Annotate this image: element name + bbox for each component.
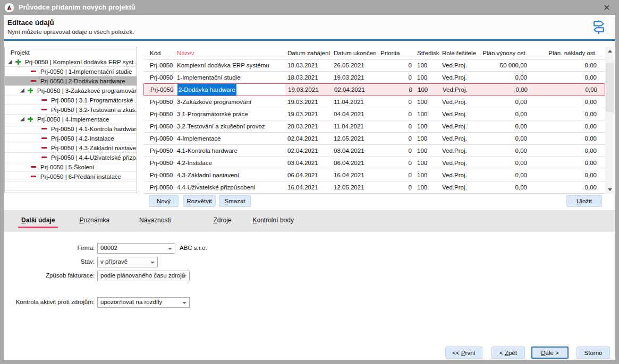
tree-item-3-zakazkove-programovani[interactable]: Prj-0050 | 3-Zakázkové programování	[5, 86, 137, 96]
table-row[interactable]: Prj-00504.2-Instalace03.04.202106.04.202…	[143, 157, 605, 169]
fakturace-select[interactable]: podle plánovaného času zdrojů	[97, 271, 190, 281]
table-cell: 0,00	[530, 84, 606, 96]
tree-item-2-dodavka-hardware[interactable]: Prj-0050 | 2-Dodávka hardware	[5, 76, 137, 86]
tree-item-4-3-zakladni-nastaveni[interactable]: Prj-0050 | 4.3-Základní nastavení	[5, 143, 137, 153]
table-cell: 0	[376, 157, 414, 169]
form-row-kontrola: Kontrola aktivit proti zdrojům: upozorňo…	[4, 297, 615, 308]
firma-company-name: ABC s.r.o.	[180, 245, 207, 251]
table-row[interactable]: Prj-00503.2-Testování a zkušební provoz2…	[143, 120, 605, 133]
table-row[interactable]: Prj-0050Komplexní dodávka ERP systému18.…	[143, 59, 605, 72]
column-header-plan-vynosy-ost[interactable]: Plán.výnosy ost.	[482, 47, 529, 59]
table-row[interactable]: Prj-00501-Implementační studie18.03.2021…	[143, 72, 605, 84]
table-cell: 3.1-Programátorské práce	[174, 108, 285, 120]
next-button[interactable]: Dále >	[531, 346, 569, 359]
table-cell: Prj-0050	[143, 59, 174, 71]
tree-item-1-implementacni-studie[interactable]: Prj-0050 | 1-Implementační studie	[5, 67, 137, 76]
table-cell: Ved.Proj.	[440, 84, 483, 96]
table-cell: 0,00	[482, 72, 529, 83]
arrow-up-icon[interactable]	[605, 47, 614, 55]
column-header-plan-naklady-ost[interactable]: Plán. náklady ost.	[529, 47, 605, 59]
stav-value: v přípravě	[100, 258, 128, 265]
table-cell: 03.04.2021	[285, 157, 331, 169]
table-cell: 100	[414, 120, 439, 132]
tree-item-komplexni-dodavka-erp-syst[interactable]: Prj-0050 | Komplexní dodávka ERP syst...	[5, 57, 137, 67]
table-row[interactable]: Prj-00502-Dodávka hardware19.03.202102.0…	[143, 83, 605, 96]
table-cell: 50 000,00	[482, 59, 529, 71]
form-row-stav: Stav: v přípravě	[4, 257, 615, 267]
minus-icon	[41, 128, 47, 129]
signpost-icon	[591, 19, 607, 35]
dialog-surface: Editace údajů Nyní můžete upravovat údaj…	[4, 15, 615, 360]
tree-item-3-1-programatorske[interactable]: Prj-0050 | 3.1-Programátorské ...	[5, 96, 137, 105]
arrow-down-icon[interactable]	[605, 185, 614, 194]
tree-item-6-predani-instalace[interactable]: Prj-0050 | 6-Předání instalace	[5, 172, 137, 181]
column-header-kod[interactable]: Kód	[143, 47, 174, 59]
column-header-stredisko[interactable]: Středisko	[414, 47, 439, 59]
table-cell: 18.03.2021	[285, 72, 331, 83]
table-cell: 0,00	[529, 108, 605, 120]
scrollbar-thumb[interactable]	[606, 63, 614, 112]
table-cell: 19.03.2021	[285, 108, 331, 120]
form-row-firma: Firma: 00002 ABC s.r.o.	[4, 243, 615, 254]
expanded-triangle-icon[interactable]	[20, 89, 24, 93]
save-button[interactable]: Uložit	[566, 195, 602, 207]
selected-text: 2-Dodávka hardware	[177, 84, 236, 96]
table-cell: 04.04.2021	[331, 108, 376, 120]
table-cell: 0	[376, 181, 414, 193]
app-logo-icon	[4, 3, 14, 13]
column-header-datum-zahajeni[interactable]: Datum zahájení	[285, 47, 331, 59]
first-button[interactable]: << První	[445, 346, 482, 359]
table-cell: Ved.Proj.	[439, 133, 482, 144]
back-button[interactable]: < Zpět	[491, 346, 525, 359]
minus-icon	[41, 109, 47, 110]
table-row[interactable]: Prj-00504.3-Základní nastavení06.04.2021…	[143, 169, 605, 181]
tab-poznamka[interactable]: Poznámka	[79, 210, 109, 232]
expanded-triangle-icon[interactable]	[20, 117, 24, 122]
tree-item-4-implementace[interactable]: Prj-0050 | 4-Implementace	[5, 115, 137, 124]
table-cell: 0,00	[529, 157, 605, 169]
cancel-button[interactable]: Storno	[576, 346, 610, 359]
expanded-triangle-icon[interactable]	[8, 60, 12, 64]
table-cell: 18.03.2021	[285, 59, 331, 71]
table-cell: Prj-0050	[143, 108, 174, 120]
table-row[interactable]: Prj-00503.1-Programátorské práce19.03.20…	[143, 108, 605, 120]
tree-item-4-2-instalace[interactable]: Prj-0050 | 4.2-Instalace	[5, 134, 137, 143]
table-cell: 0,00	[529, 133, 605, 144]
table-cell: 4.4-Uživatelské přizpůsobení	[174, 181, 285, 193]
delete-button[interactable]: Smazat	[219, 195, 251, 207]
tab-zdroje[interactable]: Zdroje	[213, 210, 231, 232]
table-cell: 0	[376, 145, 414, 157]
tree-item-label: Prj-0050 | 4.1-Kontrola hardware	[51, 126, 137, 132]
minus-icon	[31, 80, 36, 82]
table-row[interactable]: Prj-00503-Zakázkové programování19.03.20…	[143, 96, 605, 108]
tree-item-4-1-kontrola-hardware[interactable]: Prj-0050 | 4.1-Kontrola hardware	[5, 124, 137, 134]
table-row[interactable]: Prj-00504-Implementace02.04.202112.05.20…	[143, 133, 605, 145]
table-cell: Ved.Proj.	[439, 120, 482, 132]
column-header-nazev[interactable]: Název	[174, 47, 285, 59]
form-row-fakturace: Způsob fakturace: podle plánovaného času…	[4, 271, 615, 281]
tree-item-label: Prj-0050 | 6-Předání instalace	[40, 174, 121, 180]
column-header-role-resitele[interactable]: Role řešitele	[439, 47, 482, 59]
stav-select[interactable]: v přípravě	[97, 257, 158, 267]
tree-item-3-2-testovani-a-zkus[interactable]: Prj-0050 | 3.2-Testování a zkuš...	[5, 105, 137, 115]
kontrola-select[interactable]: upozorňovat na rozdíly	[97, 297, 190, 308]
tree-empty-row	[5, 181, 137, 191]
editing-cell[interactable]: 2-Dodávka hardware	[175, 84, 285, 96]
firma-select[interactable]: 00002	[97, 243, 175, 254]
tab-navaznosti[interactable]: Návaznosti	[139, 210, 171, 232]
tab-kontrolni-body[interactable]: Kontrolní body	[253, 210, 294, 232]
branch-button[interactable]: Rozvětvit	[183, 195, 216, 207]
close-icon[interactable]: ✕	[600, 2, 614, 13]
table-row[interactable]: Prj-00504.4-Uživatelské přizpůsobení16.0…	[143, 181, 605, 194]
tree-item-4-4-uzivatelske-prizp[interactable]: Prj-0050 | 4.4-Uživatelské přizp...	[5, 153, 137, 162]
vertical-scrollbar[interactable]	[605, 47, 614, 194]
column-header-priorita[interactable]: Priorita	[376, 47, 414, 59]
tree-item-5-skoleni[interactable]: Prj-0050 | 5-Školení	[5, 162, 137, 172]
tree-item-label: Prj-0050 | 3-Zakázkové programování	[37, 88, 137, 94]
new-button[interactable]: Nový	[149, 195, 179, 207]
table-row[interactable]: Prj-00504.1-Kontrola hardware02.04.20210…	[143, 145, 605, 157]
tab-dalsi-udaje[interactable]: Další údaje	[21, 210, 55, 232]
column-header-datum-ukonceni[interactable]: Datum ukončení	[331, 47, 376, 59]
table-cell: Prj-0050	[143, 145, 174, 157]
stav-label: Stav:	[4, 258, 95, 265]
